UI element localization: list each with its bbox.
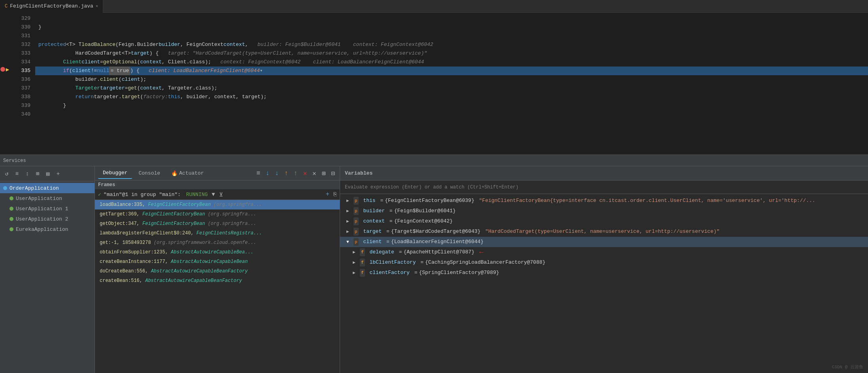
- code-editor[interactable]: } protected <T> T loadBalance (Feign.Bui…: [35, 13, 868, 154]
- code-token: builder.: [38, 75, 100, 84]
- code-line-334: Client client = getOptional ( context , …: [35, 58, 868, 67]
- frame-item[interactable]: createBean:516, AbstractAutowireCapableB…: [95, 276, 340, 285]
- eval-bar[interactable]: Evaluate expression (Enter) or add a wat…: [340, 181, 868, 194]
- expand-arrow-icon: ▶: [346, 207, 352, 215]
- service-name: EurekaApplication: [16, 226, 68, 232]
- code-area: ▶ 329 330 331 332 333 334 335 336 337 33…: [0, 13, 868, 154]
- gutter-333: [0, 48, 9, 56]
- service-item-user2[interactable]: UserApplication 2: [0, 214, 95, 224]
- stop-icon[interactable]: ✕: [301, 169, 308, 178]
- tab-actuator[interactable]: 🔥 Actuator: [166, 168, 208, 179]
- ln-332: 332: [9, 40, 30, 49]
- ln-334: 334: [9, 58, 30, 67]
- gutter-339: [0, 100, 9, 108]
- service-item-user1[interactable]: UserApplication 1: [0, 204, 95, 214]
- var-name: clientFactory: [367, 269, 413, 277]
- add-service-button[interactable]: +: [54, 169, 62, 178]
- sort-button[interactable]: ↕: [23, 169, 32, 178]
- frame-method: obtainFromSupplier:1235,: [100, 249, 171, 255]
- var-type-icon: p: [354, 228, 359, 236]
- frame-item[interactable]: doCreateBean:556, AbstractAutowireCapabl…: [95, 266, 340, 276]
- gutter-336: [0, 74, 9, 82]
- frame-item[interactable]: createBeanInstance:1177, AbstractAutowir…: [95, 257, 340, 266]
- service-item-eureka[interactable]: EurekaApplication: [0, 224, 95, 234]
- code-token: (: [137, 58, 140, 67]
- service-name: UserApplication 1: [16, 206, 68, 212]
- var-eq: =: [399, 248, 402, 256]
- tab-bar: C FeignClientFactoryBean.java ×: [0, 0, 868, 13]
- code-token: , builder, context, target);: [180, 93, 267, 101]
- code-token: }: [38, 101, 66, 110]
- gutter-331: [0, 30, 9, 39]
- debug-arrow-icon: ▶: [6, 66, 9, 73]
- var-item-this[interactable]: ▶ p this = {FeignClientFactoryBean@6039}…: [340, 196, 868, 206]
- step-out-icon[interactable]: ↑: [283, 169, 290, 178]
- frame-item[interactable]: lambda$registerFeignClient$0:240, FeignC…: [95, 228, 340, 238]
- code-token: client: LoadBalancerFeignClient@6044: [313, 58, 424, 67]
- var-value: {LoadBalancerFeignClient@6044}: [391, 238, 484, 246]
- collapse-button[interactable]: ≡: [13, 169, 21, 178]
- refresh-button[interactable]: ↺: [2, 169, 11, 178]
- run-to-cursor-icon[interactable]: ↑: [292, 169, 299, 178]
- services-label: Services: [3, 158, 26, 164]
- gutter-340: [0, 108, 9, 117]
- code-line-333: HardCodedTarget<T> target ) { target: "H…: [35, 49, 868, 58]
- code-token: context: [223, 40, 245, 49]
- ln-331: 331: [9, 32, 30, 40]
- frames-list[interactable]: loadBalance:335, FeignClientFactoryBean …: [95, 200, 340, 373]
- service-status-dot: [9, 196, 13, 200]
- add-watch-button[interactable]: +: [325, 191, 329, 198]
- step-into-icon[interactable]: ↓: [274, 169, 281, 178]
- code-token: target: [122, 93, 140, 101]
- var-item-context[interactable]: ▶ p context = {FeignContext@6042}: [340, 216, 868, 226]
- frame-method: getTarget:369,: [100, 211, 142, 217]
- step-over-icon[interactable]: ↓: [264, 169, 271, 178]
- java-file-icon: C: [5, 4, 8, 9]
- breakpoint-indicator[interactable]: [0, 67, 5, 72]
- frame-item[interactable]: getObject:347, FeignClientFactoryBean (o…: [95, 219, 340, 228]
- frame-pkg: (org.springfra...: [208, 221, 256, 226]
- var-item-builder[interactable]: ▶ p builder = {Feign$Builder@6041}: [340, 206, 868, 216]
- frame-item[interactable]: get:-1, 1858493278 (org.springframework.…: [95, 238, 340, 247]
- editor-area: C FeignClientFactoryBean.java × ▶ 32: [0, 0, 868, 154]
- var-eq: =: [390, 207, 393, 215]
- tab-console[interactable]: Console: [134, 168, 165, 179]
- vars-toolbar: Variables: [340, 166, 868, 181]
- frame-item[interactable]: loadBalance:335, FeignClientFactoryBean …: [95, 200, 340, 209]
- var-type-icon: p: [354, 238, 359, 246]
- frame-item[interactable]: obtainFromSupplier:1235, AbstractAutowir…: [95, 247, 340, 257]
- tab-debugger[interactable]: Debugger: [98, 168, 132, 179]
- var-item-delegate[interactable]: ▶ f delegate = {ApacheHttpClient@7087} ←: [340, 247, 868, 257]
- resume-icon[interactable]: ≡: [255, 169, 262, 178]
- thread-filter-icon[interactable]: ▼: [212, 191, 215, 198]
- thread-selector: ✓ "main"@1 in group "main": RUNNING ▼ ⊻ …: [95, 189, 340, 200]
- var-item-client[interactable]: ▼ p client = {LoadBalancerFeignClient@60…: [340, 237, 868, 247]
- service-name: UserApplication 2: [16, 216, 68, 222]
- service-item-user[interactable]: UserApplication: [0, 193, 95, 204]
- var-item-target[interactable]: ▶ p target = {Target$HardCodedTarget@604…: [340, 226, 868, 237]
- tab-close-button[interactable]: ×: [96, 4, 98, 9]
- evaluate-icon[interactable]: ✕: [311, 169, 318, 178]
- code-token: return: [38, 93, 94, 101]
- file-tab[interactable]: C FeignClientFactoryBean.java ×: [0, 0, 103, 13]
- var-item-clientfactory[interactable]: ▶ f clientFactory = {SpringClientFactory…: [340, 268, 868, 278]
- gutter-334: [0, 56, 9, 65]
- expand-arrow-icon: ▶: [346, 197, 352, 205]
- ln-330: 330: [9, 23, 30, 32]
- code-token: =: [125, 84, 128, 93]
- expand-arrow-icon: ▶: [346, 228, 352, 236]
- frame-item[interactable]: getTarget:369, FeignClientFactoryBean (o…: [95, 209, 340, 219]
- settings-icon[interactable]: ⊟: [329, 169, 337, 178]
- service-item-order[interactable]: OrderApplication: [0, 183, 95, 193]
- thread-filter-button[interactable]: ⊻: [219, 191, 223, 198]
- var-eq: =: [380, 197, 383, 205]
- code-token: getOptional: [103, 58, 137, 67]
- code-token: (: [137, 84, 140, 93]
- var-item-lbclientfactory[interactable]: ▶ f lbClientFactory = {CachingSpringLoad…: [340, 257, 868, 268]
- table-icon[interactable]: ⊞: [320, 169, 327, 178]
- group-button[interactable]: ⊞: [33, 169, 42, 178]
- code-token: , FeignContext: [180, 40, 223, 49]
- filter-button[interactable]: ▤: [43, 169, 52, 178]
- copy-icon[interactable]: ⎘: [333, 191, 337, 198]
- var-name: lbClientFactory: [367, 259, 419, 266]
